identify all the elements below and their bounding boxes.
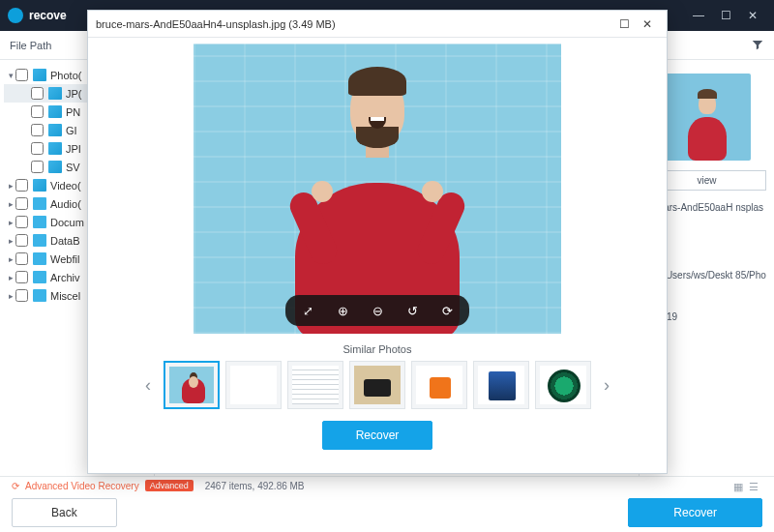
tree-label: JP( (66, 88, 82, 100)
zoom-out-button[interactable]: ⊖ (367, 300, 388, 321)
carousel-thumb-7[interactable] (535, 361, 591, 409)
window-minimize-button[interactable]: — (685, 9, 712, 22)
carousel-thumb-1[interactable] (164, 361, 220, 409)
caret-icon[interactable]: ▸ (6, 181, 15, 191)
tree-label: Docum (50, 217, 84, 228)
carousel-next-icon[interactable]: › (597, 375, 616, 396)
folder-icon (33, 69, 46, 81)
caret-icon[interactable]: ▸ (6, 254, 15, 264)
preview-image: ⤢⊕⊖↺⟳ (194, 44, 561, 334)
folder-icon (33, 271, 46, 283)
carousel-thumb-2[interactable] (225, 361, 282, 409)
tree-checkbox[interactable] (15, 234, 28, 247)
tree-checkbox[interactable] (15, 252, 28, 265)
folder-icon (33, 289, 46, 302)
tree-checkbox[interactable] (31, 87, 44, 100)
modal-titlebar: bruce-mars-AndE50aaHn4-unsplash.jpg (3.4… (88, 11, 667, 38)
file-icon (48, 87, 62, 100)
fit-to-screen-button[interactable]: ⤢ (297, 300, 318, 321)
bottom-bar: ⟳ Advanced Video Recovery Advanced 2467 … (0, 476, 774, 532)
file-icon (48, 142, 62, 155)
list-view-icon[interactable]: ☰ (749, 481, 759, 493)
brand-icon (8, 8, 23, 23)
similar-photos-label: Similar Photos (107, 343, 647, 355)
tree-checkbox[interactable] (15, 197, 28, 210)
tree-checkbox[interactable] (31, 105, 44, 118)
tree-label: Webfil (50, 253, 79, 265)
folder-icon (33, 179, 46, 192)
image-toolbar: ⤢⊕⊖↺⟳ (285, 295, 469, 326)
grid-view-icon[interactable]: ▦ (733, 481, 743, 493)
modal-close-button[interactable]: ✕ (636, 17, 659, 31)
window-close-button[interactable]: ✕ (739, 9, 766, 22)
caret-icon[interactable]: ▸ (6, 218, 15, 227)
tree-label: PN (66, 106, 80, 118)
file-icon (48, 124, 62, 136)
tree-checkbox[interactable] (15, 69, 28, 81)
tree-label: SV (66, 162, 80, 173)
rotate-button[interactable]: ↺ (402, 300, 423, 321)
caret-icon[interactable]: ▸ (6, 236, 15, 246)
tree-checkbox[interactable] (31, 142, 44, 155)
folder-icon (33, 216, 46, 228)
result-stats: 2467 items, 492.86 MB (205, 481, 305, 491)
folder-icon (33, 197, 46, 210)
tree-checkbox[interactable] (15, 216, 28, 228)
tree-label: DataB (50, 235, 80, 247)
tree-label: Video( (50, 180, 81, 192)
filter-icon[interactable] (751, 38, 764, 53)
window-maximize-button[interactable]: ☐ (712, 9, 739, 22)
refresh-icon[interactable]: ⟳ (12, 481, 19, 491)
carousel-thumb-6[interactable] (473, 361, 529, 409)
tree-label: Photo( (50, 70, 81, 81)
caret-icon[interactable]: ▸ (6, 273, 15, 282)
carousel-prev-icon[interactable]: ‹ (138, 375, 158, 396)
tree-checkbox[interactable] (15, 289, 28, 302)
tree-label: Archiv (50, 272, 80, 283)
file-path-label: File Path (10, 40, 51, 51)
tree-label: Miscel (50, 290, 80, 302)
back-button[interactable]: Back (12, 498, 117, 527)
tree-checkbox[interactable] (31, 161, 44, 173)
preview-thumbnail (664, 74, 751, 161)
tree-label: JPI (66, 143, 81, 155)
folder-icon (33, 234, 46, 247)
image-preview-modal: bruce-mars-AndE50aaHn4-unsplash.jpg (3.4… (87, 10, 668, 474)
file-icon (48, 105, 62, 118)
tree-label: Audio( (50, 198, 81, 210)
caret-icon[interactable]: ▾ (6, 71, 15, 80)
similar-photos-carousel: ‹ › (107, 361, 647, 409)
carousel-thumb-5[interactable] (411, 361, 467, 409)
file-icon (48, 161, 62, 173)
modal-title-text: bruce-mars-AndE50aaHn4-unsplash.jpg (3.4… (96, 18, 612, 30)
modal-maximize-button[interactable]: ☐ (612, 17, 636, 31)
advanced-badge: Advanced (145, 480, 194, 491)
fullscreen-button[interactable]: ⟳ (436, 300, 458, 321)
tree-checkbox[interactable] (15, 179, 28, 192)
carousel-thumb-4[interactable] (349, 361, 405, 409)
tree-label: GI (66, 125, 77, 136)
caret-icon[interactable]: ▸ (6, 291, 15, 301)
modal-recover-button[interactable]: Recover (322, 421, 433, 450)
folder-icon (33, 252, 46, 265)
tree-checkbox[interactable] (15, 271, 28, 283)
carousel-thumb-3[interactable] (287, 361, 343, 409)
tree-checkbox[interactable] (31, 124, 44, 136)
recover-button[interactable]: Recover (628, 498, 762, 527)
caret-icon[interactable]: ▸ (6, 199, 15, 209)
zoom-in-button[interactable]: ⊕ (332, 300, 353, 321)
advanced-recovery-link[interactable]: Advanced Video Recovery (25, 481, 139, 491)
